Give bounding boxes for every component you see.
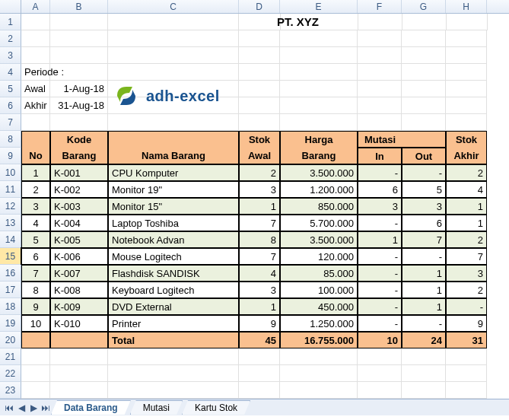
cell-C22[interactable] <box>108 365 239 382</box>
cell-B2[interactable] <box>50 30 108 47</box>
cell-out[interactable]: 7 <box>402 231 446 248</box>
cell-awal[interactable]: 4 <box>239 265 280 282</box>
tab-nav-last-icon[interactable]: ⏭ <box>40 402 52 414</box>
cell-harga[interactable]: 3.500.000 <box>280 231 358 248</box>
sheet-tab-kartu-stok[interactable]: Kartu Stok <box>182 400 250 415</box>
cell-C21[interactable] <box>108 348 239 365</box>
col-header-A[interactable]: A <box>21 0 50 13</box>
cell-G7[interactable] <box>402 114 446 131</box>
cell-harga[interactable]: 1.250.000 <box>280 315 358 332</box>
cell-kode[interactable]: K-008 <box>50 282 108 298</box>
cell-akhir[interactable]: 3 <box>446 265 487 282</box>
row-header-21[interactable]: 21 <box>0 348 21 365</box>
cell-akhir[interactable]: 1 <box>446 198 487 215</box>
cell-A23[interactable] <box>21 382 50 399</box>
cell-harga[interactable]: 3.500.000 <box>280 164 358 181</box>
cell-akhir[interactable]: 2 <box>446 231 487 248</box>
cell-kode[interactable]: K-005 <box>50 231 108 248</box>
cell-A21[interactable] <box>21 348 50 365</box>
cell-kode[interactable]: K-007 <box>50 265 108 282</box>
col-header-E[interactable]: E <box>280 0 358 13</box>
row-header-10[interactable]: 10 <box>0 164 21 181</box>
cell-B7[interactable] <box>50 114 108 131</box>
cell-akhir[interactable]: 9 <box>446 315 487 332</box>
cell-A22[interactable] <box>21 365 50 382</box>
cell-C3[interactable] <box>108 47 239 64</box>
cell-B23[interactable] <box>50 382 108 399</box>
cell-E21[interactable] <box>280 348 358 365</box>
cell-akhir[interactable]: 1 <box>446 215 487 231</box>
cell-in[interactable]: - <box>358 282 402 298</box>
row-header-12[interactable]: 12 <box>0 198 21 215</box>
total-blank-a[interactable] <box>21 332 50 348</box>
col-header-C[interactable]: C <box>108 0 239 13</box>
cell-F22[interactable] <box>358 365 402 382</box>
cell-G21[interactable] <box>402 348 446 365</box>
row-header-16[interactable]: 16 <box>0 265 21 282</box>
cell-out[interactable]: 1 <box>402 298 446 315</box>
cell-no[interactable]: 4 <box>21 215 50 231</box>
col-header-B[interactable]: B <box>50 0 108 13</box>
cell-harga[interactable]: 5.700.000 <box>280 215 358 231</box>
row-header-18[interactable]: 18 <box>0 298 21 315</box>
cell-no[interactable]: 10 <box>21 315 50 332</box>
cell-E1[interactable] <box>281 14 358 30</box>
cell-F21[interactable] <box>358 348 402 365</box>
cell-nama[interactable]: CPU Komputer <box>108 164 239 181</box>
cell-out[interactable]: 5 <box>402 181 446 198</box>
cell-no[interactable]: 5 <box>21 231 50 248</box>
row-header-6[interactable]: 6 <box>0 97 21 114</box>
cell-in[interactable]: - <box>358 298 402 315</box>
cell-F3[interactable] <box>358 47 402 64</box>
cell-G22[interactable] <box>402 365 446 382</box>
cell-akhir[interactable]: 4 <box>446 181 487 198</box>
cell-in[interactable]: - <box>358 265 402 282</box>
cell-awal[interactable]: 9 <box>239 315 280 332</box>
cell-out[interactable]: 1 <box>402 265 446 282</box>
cell-harga[interactable]: 120.000 <box>280 248 358 265</box>
cell-out[interactable]: 3 <box>402 198 446 215</box>
cell-harga[interactable]: 1.200.000 <box>280 181 358 198</box>
cell-E7[interactable] <box>280 114 358 131</box>
cell-no[interactable]: 1 <box>21 164 50 181</box>
sheet-tab-mutasi[interactable]: Mutasi <box>130 400 183 415</box>
cell-G1[interactable] <box>402 14 447 30</box>
cell-kode[interactable]: K-001 <box>50 164 108 181</box>
cell-G23[interactable] <box>402 382 446 399</box>
cell-no[interactable]: 8 <box>21 282 50 298</box>
cell-harga[interactable]: 450.000 <box>280 298 358 315</box>
cell-harga[interactable]: 85.000 <box>280 265 358 282</box>
cell-H21[interactable] <box>446 348 487 365</box>
cell-kode[interactable]: K-006 <box>50 248 108 265</box>
cell-awal[interactable]: 1 <box>239 298 280 315</box>
cell-akhir[interactable]: 2 <box>446 282 487 298</box>
cell-H22[interactable] <box>446 365 487 382</box>
cell-in[interactable]: - <box>358 164 402 181</box>
col-header-F[interactable]: F <box>358 0 402 13</box>
cell-kode[interactable]: K-002 <box>50 181 108 198</box>
row-header-2[interactable]: 2 <box>0 30 21 47</box>
cell-F1[interactable] <box>358 14 402 30</box>
cell-nama[interactable]: Notebook Advan <box>108 231 239 248</box>
cell-B3[interactable] <box>50 47 108 64</box>
cell-in[interactable]: - <box>358 215 402 231</box>
cell-akhir[interactable]: - <box>446 298 487 315</box>
cell-C7[interactable] <box>108 114 239 131</box>
cell-no[interactable]: 6 <box>21 248 50 265</box>
cell-out[interactable]: - <box>402 315 446 332</box>
row-header-3[interactable]: 3 <box>0 47 21 64</box>
cell-awal[interactable]: 7 <box>239 248 280 265</box>
cell-B1[interactable] <box>50 14 108 30</box>
cell-nama[interactable]: DVD External <box>108 298 239 315</box>
cell-in[interactable]: - <box>358 315 402 332</box>
cell-no[interactable]: 9 <box>21 298 50 315</box>
cell-harga[interactable]: 850.000 <box>280 198 358 215</box>
cell-A3[interactable] <box>21 47 50 64</box>
cell-C23[interactable] <box>108 382 239 399</box>
cell-D7[interactable] <box>239 114 280 131</box>
cell-nama[interactable]: Mouse Logitech <box>108 248 239 265</box>
row-header-9[interactable]: 9 <box>0 148 21 164</box>
row-header-20[interactable]: 20 <box>0 332 21 348</box>
cell-A7[interactable] <box>21 114 50 131</box>
cell-out[interactable]: 1 <box>402 282 446 298</box>
